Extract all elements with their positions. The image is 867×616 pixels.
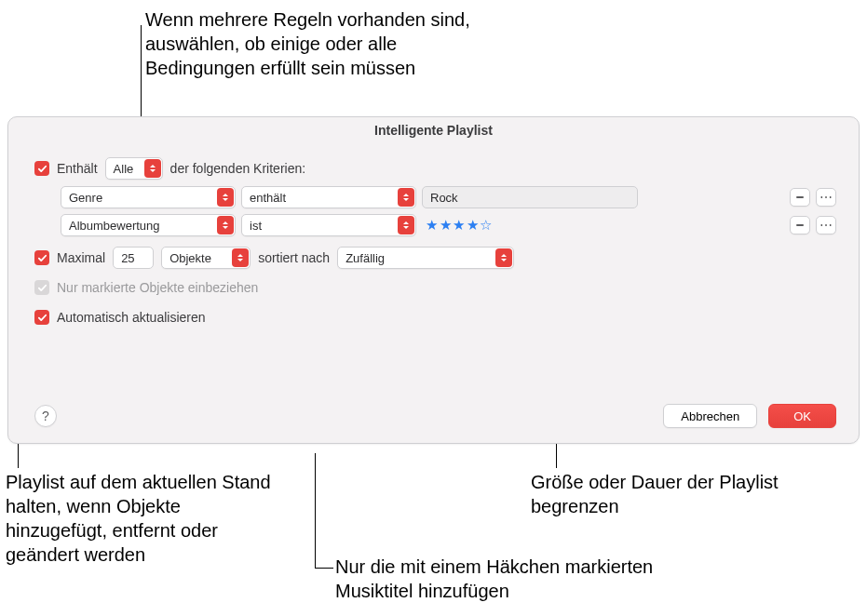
callout-match-mode: Wenn mehrere Regeln vorhanden sind, ausw…	[145, 7, 508, 80]
minus-icon	[794, 220, 806, 231]
star-icon: ★	[426, 217, 439, 234]
match-label-prefix: Enthält	[57, 161, 98, 176]
select-stepper-icon	[495, 248, 512, 267]
rules-list: Genre enthält Rock ⋯	[61, 186, 836, 236]
ok-label: OK	[793, 409, 811, 423]
help-icon: ?	[42, 408, 49, 423]
rule-operator-value: enthält	[250, 191, 286, 205]
svg-rect-0	[796, 196, 804, 198]
callout-live-update: Playlist auf dem aktuellen Stand halten,…	[6, 470, 285, 567]
star-icon: ★	[440, 217, 453, 234]
star-icon: ★	[453, 217, 466, 234]
rule-operator-select[interactable]: enthält	[241, 186, 416, 208]
check-icon	[37, 253, 47, 263]
match-mode-value: Alle	[114, 162, 134, 176]
svg-rect-1	[796, 224, 804, 226]
star-empty-icon: ☆	[480, 217, 493, 234]
live-update-row: Automatisch aktualisieren	[34, 305, 836, 329]
minus-icon	[794, 192, 806, 203]
ok-button[interactable]: OK	[768, 404, 836, 428]
remove-rule-button[interactable]	[790, 188, 810, 207]
rule-row: Albumbewertung ist ★ ★ ★ ★ ☆	[61, 214, 836, 236]
check-icon	[37, 283, 47, 293]
limit-sort-value: Zufällig	[345, 251, 385, 265]
leader-line	[315, 568, 333, 569]
checked-only-label: Nur markierte Objekte einbeziehen	[57, 280, 258, 295]
limit-row: Maximal 25 Objekte sortiert nach Zufälli…	[34, 246, 836, 270]
rule-attribute-select[interactable]: Albumbewertung	[61, 214, 236, 236]
limit-label: Maximal	[57, 250, 105, 265]
remove-rule-button[interactable]	[790, 216, 810, 234]
cancel-label: Abbrechen	[681, 409, 739, 423]
cancel-button[interactable]: Abbrechen	[663, 404, 757, 428]
select-stepper-icon	[217, 188, 234, 207]
match-checkbox[interactable]	[34, 161, 49, 176]
match-mode-select[interactable]: Alle	[105, 157, 163, 180]
limit-checkbox[interactable]	[34, 250, 49, 265]
check-icon	[37, 313, 47, 323]
match-label-suffix: der folgenden Kriterien:	[170, 161, 306, 176]
select-stepper-icon	[232, 248, 249, 267]
callout-checked-only: Nur die mit einem Häkchen markierten Mus…	[335, 555, 680, 603]
select-stepper-icon	[398, 188, 414, 207]
window-title: Intelligente Playlist	[8, 117, 859, 141]
live-update-label: Automatisch aktualisieren	[57, 310, 206, 325]
limit-value-text: 25	[121, 251, 134, 265]
rule-row: Genre enthält Rock ⋯	[61, 186, 836, 208]
window-body: Enthält Alle der folgenden Kriterien: Ge…	[8, 141, 859, 344]
rule-value-text: Rock	[430, 191, 458, 205]
rule-more-button[interactable]: ⋯	[816, 188, 836, 207]
select-stepper-icon	[398, 216, 414, 234]
live-update-checkbox[interactable]	[34, 310, 49, 325]
limit-unit-value: Objekte	[169, 251, 211, 265]
rule-attribute-value: Albumbewertung	[69, 219, 160, 233]
rule-operator-value: ist	[250, 219, 262, 233]
star-icon: ★	[467, 217, 480, 234]
limit-unit-select[interactable]: Objekte	[161, 247, 251, 269]
match-row: Enthält Alle der folgenden Kriterien:	[34, 156, 836, 181]
limit-sorted-label: sortiert nach	[258, 250, 330, 265]
checked-only-checkbox[interactable]	[34, 280, 49, 295]
rule-attribute-value: Genre	[69, 191, 102, 205]
select-stepper-icon	[217, 216, 234, 234]
select-stepper-icon	[144, 159, 161, 178]
rule-attribute-select[interactable]: Genre	[61, 186, 236, 208]
rule-star-rating[interactable]: ★ ★ ★ ★ ☆	[422, 217, 493, 234]
limit-sort-select[interactable]: Zufällig	[337, 247, 514, 269]
leader-line	[315, 453, 316, 569]
rule-operator-select[interactable]: ist	[241, 214, 416, 236]
rule-more-button[interactable]: ⋯	[816, 216, 836, 234]
help-button[interactable]: ?	[34, 405, 57, 427]
rule-value-input[interactable]: Rock	[422, 186, 638, 208]
ellipsis-icon: ⋯	[820, 218, 833, 233]
check-icon	[37, 164, 47, 174]
checked-only-row: Nur markierte Objekte einbeziehen	[34, 275, 836, 300]
footer: ? Abbrechen OK	[34, 404, 836, 428]
smart-playlist-window: Intelligente Playlist Enthält Alle der f…	[7, 116, 860, 444]
limit-value-input[interactable]: 25	[113, 247, 154, 269]
callout-limit: Größe oder Dauer der Playlist begrenzen	[531, 470, 792, 518]
ellipsis-icon: ⋯	[820, 190, 833, 205]
